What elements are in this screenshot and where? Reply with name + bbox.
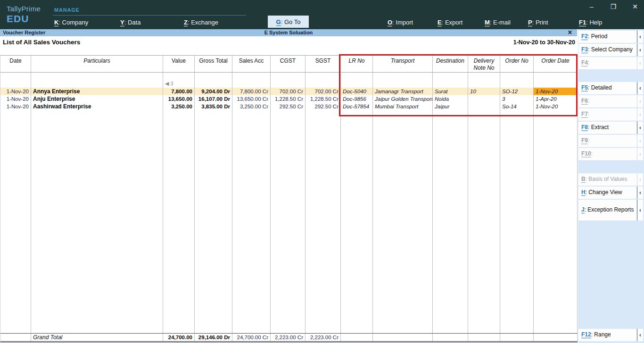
cell-cgst[interactable]: 702.00 Cr [271, 88, 305, 95]
filler-cell-order-date [534, 110, 578, 333]
cell-sales-acc[interactable]: 13,650.00 Cr [232, 95, 271, 103]
spacer-cell-cgst [271, 73, 305, 88]
cell-gross-total[interactable]: 9,204.00 Dr [195, 88, 232, 95]
sidebar-button-detailed[interactable]: F5: Detailed‹ [578, 82, 643, 94]
cell-transport[interactable]: Jaipur Golden Transport [373, 95, 433, 103]
sidebar-button-label: F4: [578, 60, 637, 66]
report-period[interactable]: 1-Nov-20 to 30-Nov-20 [513, 39, 575, 46]
sidebar-button-extract[interactable]: F8: Extract‹ [578, 122, 643, 134]
cell-cgst[interactable]: 292.50 Cr [271, 103, 305, 110]
shortcut-key: F1 [579, 19, 586, 26]
menu-item-print[interactable]: P: Print [528, 19, 548, 26]
cell-destination[interactable]: Noida [433, 95, 468, 103]
menu-item-export[interactable]: E: Export [438, 19, 462, 26]
menu-item-data[interactable]: Y: Data [120, 19, 140, 26]
cell-lr-no[interactable]: Doc-9856 [341, 95, 373, 103]
sidebar-button-range[interactable]: F12: Range‹ [578, 329, 643, 341]
filler-cell-lr-no [341, 110, 373, 333]
spacer-cell-transport [373, 73, 433, 88]
cell-destination[interactable]: Surat [433, 88, 468, 95]
shortcut-key: F10 [581, 150, 591, 157]
sidebar-button-f10: F10: ‹ [578, 148, 643, 160]
shortcut-key: J [581, 206, 585, 213]
column-header-lr-no: LR No [341, 56, 373, 72]
sidebar-button-change-view[interactable]: H: Change View‹ [578, 187, 643, 199]
table-row[interactable]: 1-Nov-20Anju Enterprise13,650.0016,107.0… [0, 95, 578, 103]
cell-lr-no[interactable]: Doc-5040 [341, 88, 373, 95]
shortcut-key: O [388, 19, 392, 26]
menu-item-company[interactable]: K: Company [54, 19, 88, 26]
sidebar-button-label: F10: [578, 151, 637, 157]
cell-value[interactable]: 13,650.00 [163, 95, 195, 103]
cell-delivery-note-no[interactable]: 10 [468, 88, 500, 95]
window-controls: – ❐ ✕ [586, 2, 640, 11]
cell-particulars[interactable]: Aashirwad Enterprise [31, 103, 163, 110]
company-name: E System Soluation [0, 30, 577, 35]
spacer-cell-order-date [534, 73, 578, 88]
button-panel: F2: Period‹F3: Select Company‹F4: ‹F5: D… [578, 29, 644, 343]
cell-sales-acc[interactable]: 7,800.00 Cr [232, 88, 271, 95]
cell-sgst[interactable]: 702.00 Cr [305, 88, 341, 95]
cell-sales-acc[interactable]: 3,250.00 Cr [232, 103, 271, 110]
cell-value[interactable]: 3,250.00 [163, 103, 195, 110]
cell-order-no[interactable]: 3 [500, 95, 534, 103]
cell-transport[interactable]: Mumbai Transport [373, 103, 433, 110]
minimize-icon[interactable]: – [586, 2, 597, 11]
spacer-cell-order-no [500, 73, 534, 88]
menu-item-exchange[interactable]: Z: Exchange [184, 19, 218, 26]
cell-sgst[interactable]: 1,228.50 Cr [305, 95, 341, 103]
cell-order-no[interactable]: So-14 [500, 103, 534, 110]
cell-particulars[interactable]: Annya Enterprise [31, 88, 163, 95]
cell-date[interactable]: 1-Nov-20 [0, 95, 31, 103]
column-header-sales-acc: Sales Acc [232, 56, 271, 72]
cell-destination[interactable]: Jaipur [433, 103, 468, 110]
spacer-cell-date [0, 73, 31, 88]
cell-cgst[interactable]: 1,228.50 Cr [271, 95, 305, 103]
sidebar-button-f7: F7: ‹ [578, 108, 643, 121]
cell-order-date[interactable]: 1-Nov-20 [534, 88, 578, 95]
sidebar-button-period[interactable]: F2: Period‹ [578, 31, 643, 43]
cell-delivery-note-no[interactable] [468, 103, 500, 110]
sidebar-button-select-company[interactable]: F3: Select Company‹ [578, 44, 643, 56]
cell-date[interactable]: 1-Nov-20 [0, 88, 31, 95]
menu-item-e-mail[interactable]: M: E-mail [485, 19, 511, 26]
column-header-value: Value [163, 56, 195, 72]
menu-item-import[interactable]: O: Import [388, 19, 413, 26]
cell-gross-total[interactable]: 16,107.00 Dr [195, 95, 232, 103]
sidebar-button-label: F5: Detailed [578, 85, 637, 91]
close-icon[interactable]: ✕ [630, 2, 640, 11]
column-scroll-indicator[interactable]: ◀ 3 [165, 81, 173, 88]
column-header-transport: Transport [373, 56, 433, 72]
cell-delivery-note-no[interactable] [468, 95, 500, 103]
table-row[interactable]: 1-Nov-20Aashirwad Enterprise3,250.003,83… [0, 103, 578, 110]
cell-gross-total[interactable]: 3,835.00 Dr [195, 103, 232, 110]
cell-order-date[interactable]: 1-Nov-20 [534, 103, 578, 110]
cell-date[interactable]: 1-Nov-20 [0, 103, 31, 110]
spacer-cell-sgst [305, 73, 341, 88]
report-close-icon[interactable]: ✕ [568, 29, 572, 36]
sidebar-button-label: F6: [578, 98, 637, 105]
column-header-particulars: Particulars [31, 56, 163, 72]
cell-value[interactable]: 7,800.00 [163, 88, 195, 95]
table-row[interactable]: 1-Nov-20Annya Enterprise7,800.009,204.00… [0, 88, 578, 95]
cell-order-no[interactable]: SO-12 [500, 88, 534, 95]
sidebar-button-exception-reports[interactable]: J: Exception Reports‹ [578, 200, 643, 220]
filler-cell-particulars [31, 110, 163, 333]
sidebar-button-label: F12: Range [578, 332, 637, 338]
tallyprime-window: TallyPrime EDU MANAGE K: CompanyY: DataZ… [0, 0, 644, 343]
report-header: List of All Sales Vouchers 1-Nov-20 to 3… [0, 36, 578, 55]
cell-particulars[interactable]: Anju Enterprise [31, 95, 163, 103]
cell-transport[interactable]: Jamanagr Transport [373, 88, 433, 95]
menu-item-help[interactable]: F1: Help [579, 19, 602, 26]
menu-section-divider [53, 15, 246, 16]
shortcut-key: F8 [581, 124, 588, 131]
cell-sgst[interactable]: 292.50 Cr [305, 103, 341, 110]
filler-cell-cgst [271, 110, 305, 333]
shortcut-key: F5 [581, 84, 588, 91]
cell-order-date[interactable]: 1-Apr-20 [534, 95, 578, 103]
cell-lr-no[interactable]: Doc-57854 [341, 103, 373, 110]
grand-total-gross-total: 29,146.00 Dr [195, 334, 232, 341]
filler-cell-transport [373, 110, 433, 333]
goto-button[interactable]: G: Go To [268, 16, 309, 28]
restore-icon[interactable]: ❐ [608, 2, 619, 11]
